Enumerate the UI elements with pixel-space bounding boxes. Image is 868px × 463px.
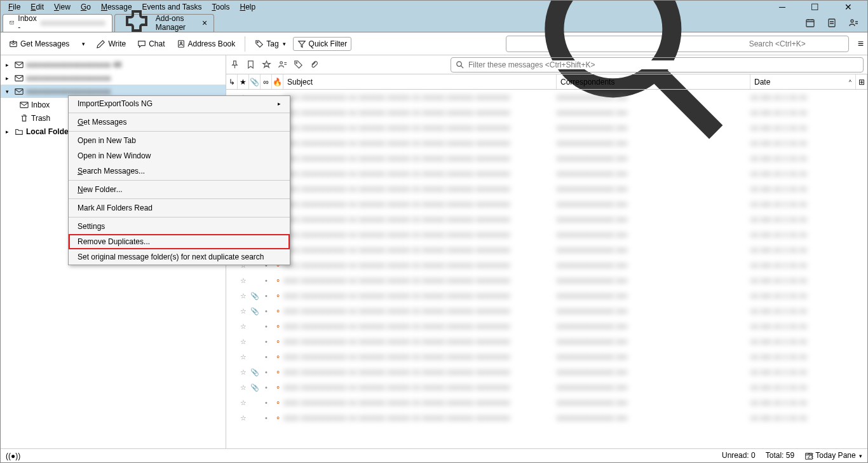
col-correspondents[interactable]: Correspondents: [557, 74, 750, 89]
tab-inbox[interactable]: Inbox - xxxxxxxxxxxxxxxxx: [3, 14, 112, 32]
calendar-icon[interactable]: [805, 18, 815, 28]
message-row[interactable]: ☆•⚬xxxx xxxxxxxxxxxx xx xxxxxxx xxxxxx x…: [226, 181, 867, 197]
menu-search-messages[interactable]: Search Messages...: [69, 163, 290, 179]
folder-context-menu: ImportExportTools NG▸ Get Messages Open …: [68, 95, 290, 265]
menu-file[interactable]: File: [3, 1, 25, 13]
message-row[interactable]: ☆•⚬xxxx xxxxxxxxxxxx xx xxxxxxx xxxxxx x…: [226, 135, 867, 151]
total-count: Total: 59: [766, 451, 794, 460]
pencil-icon: [97, 39, 105, 48]
calendar-icon: 29: [804, 452, 813, 460]
menu-remove-duplicates[interactable]: Remove Duplicates...: [69, 234, 290, 249]
svg-rect-0: [10, 22, 13, 25]
global-search[interactable]: [506, 36, 849, 52]
col-junk[interactable]: 🔥: [272, 74, 283, 89]
filter-messages-box[interactable]: [451, 57, 864, 73]
maximize-button[interactable]: ☐: [806, 1, 824, 13]
menu-tools[interactable]: Tools: [207, 1, 234, 13]
message-row[interactable]: ☆•⚬xxxx xxxxxxxxxxxx xx xxxxxxx xxxxxx x…: [226, 120, 867, 135]
message-row[interactable]: ☆•⚬xxxx xxxxxxxxxxxx xx xxxxxxx xxxxxx x…: [226, 105, 867, 120]
menu-import-export[interactable]: ImportExportTools NG▸: [69, 96, 290, 111]
menu-view[interactable]: View: [49, 1, 76, 13]
star-icon[interactable]: [262, 60, 271, 69]
tasks-icon[interactable]: [827, 18, 837, 28]
tag-icon: [255, 39, 264, 48]
col-thread[interactable]: ↳: [226, 74, 238, 89]
svg-text:29: 29: [808, 452, 814, 459]
message-list[interactable]: ☆•⚬xxxx xxxxxxxxxxxx xx xxxxxxx xxxxxx x…: [226, 90, 867, 448]
mail-icon: [10, 20, 14, 25]
tag-icon[interactable]: [294, 60, 303, 69]
tab-close-icon[interactable]: ×: [202, 18, 207, 28]
account-row[interactable]: ▸xxxxxxxxxxxxxxxxxxxx: [1, 71, 226, 85]
column-headers: ↳ ★ 📎 ∞ 🔥 Subject Correspondents Date^ ⊞: [226, 74, 867, 90]
tag-button[interactable]: Tag▾: [250, 37, 290, 51]
message-row[interactable]: ☆•⚬xxxx xxxxxxxxxxxx xx xxxxxxx xxxxxx x…: [226, 166, 867, 181]
activity-icon[interactable]: ((●)): [6, 452, 20, 460]
message-row[interactable]: ☆•⚬xxxx xxxxxxxxxxxx xx xxxxxxx xxxxxx x…: [226, 349, 867, 364]
menu-help[interactable]: Help: [234, 1, 261, 13]
message-row[interactable]: ☆•⚬xxxx xxxxxxxxxxxx xx xxxxxxx xxxxxx x…: [226, 395, 867, 410]
col-read[interactable]: ∞: [261, 74, 272, 89]
search-icon: [455, 60, 465, 69]
main-toolbar: Get Messages ▾ Write Chat Address Book T…: [1, 32, 867, 55]
message-row[interactable]: ☆•⚬xxxx xxxxxxxxxxxx xx xxxxxxx xxxxxx x…: [226, 151, 867, 166]
get-messages-button[interactable]: Get Messages: [4, 37, 74, 51]
contact-icon[interactable]: [278, 60, 287, 69]
attachment-icon[interactable]: [309, 60, 319, 69]
svg-point-15: [457, 62, 462, 67]
svg-rect-10: [15, 75, 23, 81]
menu-go[interactable]: Go: [76, 1, 96, 13]
filter-input[interactable]: [468, 60, 859, 69]
message-row[interactable]: ☆•⚬xxxx xxxxxxxxxxxx xx xxxxxxx xxxxxx x…: [226, 197, 867, 212]
tab-inbox-label: Inbox -: [18, 14, 36, 32]
menu-set-original[interactable]: Set original message folder(s) for next …: [69, 249, 290, 265]
message-row[interactable]: ☆•⚬xxxx xxxxxxxxxxxx xx xxxxxxx xxxxxx x…: [226, 334, 867, 349]
minimize-button[interactable]: ─: [774, 1, 790, 13]
message-row[interactable]: ☆•⚬xxxx xxxxxxxxxxxx xx xxxxxxx xxxxxx x…: [226, 90, 867, 105]
col-date[interactable]: Date^: [750, 74, 856, 89]
menu-get-messages[interactable]: Get Messages: [69, 114, 290, 130]
message-row[interactable]: ☆•⚬xxxx xxxxxxxxxxxx xx xxxxxxx xxxxxx x…: [226, 242, 867, 258]
menu-open-new-tab[interactable]: Open in New Tab: [69, 133, 290, 148]
chat-icon: [137, 39, 146, 48]
menu-open-new-window[interactable]: Open in New Window: [69, 148, 290, 163]
close-button[interactable]: ✕: [839, 1, 857, 13]
menu-mark-read[interactable]: Mark All Folders Read: [69, 200, 290, 216]
contacts-icon[interactable]: [848, 18, 858, 28]
pin-icon[interactable]: [230, 60, 240, 69]
message-row[interactable]: ☆📎•⚬xxxx xxxxxxxxxxxx xx xxxxxxx xxxxxx …: [226, 380, 867, 395]
message-row[interactable]: ☆•⚬xxxx xxxxxxxxxxxx xx xxxxxxx xxxxxx x…: [226, 227, 867, 242]
write-button[interactable]: Write: [92, 37, 130, 51]
message-row[interactable]: ☆📎•⚬xxxx xxxxxxxxxxxx xx xxxxxxx xxxxxx …: [226, 288, 867, 303]
col-star[interactable]: ★: [238, 74, 249, 89]
menu-edit[interactable]: Edit: [25, 1, 49, 13]
today-pane-toggle[interactable]: 29 Today Pane ▾: [804, 451, 862, 460]
message-row[interactable]: ☆•⚬xxxx xxxxxxxxxxxx xx xxxxxxx xxxxxx x…: [226, 212, 867, 227]
mail-icon: [15, 60, 24, 69]
address-book-button[interactable]: Address Book: [172, 37, 240, 51]
chat-button[interactable]: Chat: [133, 37, 169, 51]
bookmark-icon[interactable]: [246, 60, 255, 69]
status-bar: ((●)) Unread: 0 Total: 59 29 Today Pane …: [1, 448, 867, 462]
menu-settings[interactable]: Settings: [69, 219, 290, 234]
svg-rect-1: [806, 20, 814, 27]
tab-addons[interactable]: Add-ons Manager ×: [114, 14, 215, 32]
col-picker[interactable]: ⊞: [856, 74, 867, 89]
quick-filter-button[interactable]: Quick Filter: [293, 37, 352, 51]
get-messages-dropdown[interactable]: ▾: [76, 38, 90, 50]
folder-icon: [15, 127, 24, 136]
account-row[interactable]: ▸xxxxxxxxxxxxxxxxxxxx 48: [1, 58, 226, 71]
tab-addons-label: Add-ons Manager: [156, 14, 186, 32]
search-input[interactable]: [749, 39, 844, 48]
message-row[interactable]: ☆•⚬xxxx xxxxxxxxxxxx xx xxxxxxx xxxxxx x…: [226, 319, 867, 334]
message-row[interactable]: ☆•⚬xxxx xxxxxxxxxxxx xx xxxxxxx xxxxxx x…: [226, 410, 867, 425]
message-row[interactable]: ☆•⚬xxxx xxxxxxxxxxxx xx xxxxxxx xxxxxx x…: [226, 258, 867, 273]
message-row[interactable]: ☆📎•⚬xxxx xxxxxxxxxxxx xx xxxxxxx xxxxxx …: [226, 364, 867, 380]
message-row[interactable]: ☆•⚬xxxx xxxxxxxxxxxx xx xxxxxxx xxxxxx x…: [226, 273, 867, 288]
menu-new-folder[interactable]: New Folder...: [69, 182, 290, 197]
window-controls: ─ ☐ ✕: [774, 1, 865, 13]
message-row[interactable]: ☆📎•⚬xxxx xxxxxxxxxxxx xx xxxxxxx xxxxxx …: [226, 303, 867, 319]
col-attach[interactable]: 📎: [249, 74, 261, 89]
col-subject[interactable]: Subject: [283, 74, 557, 89]
app-menu-button[interactable]: ≡: [858, 38, 864, 50]
